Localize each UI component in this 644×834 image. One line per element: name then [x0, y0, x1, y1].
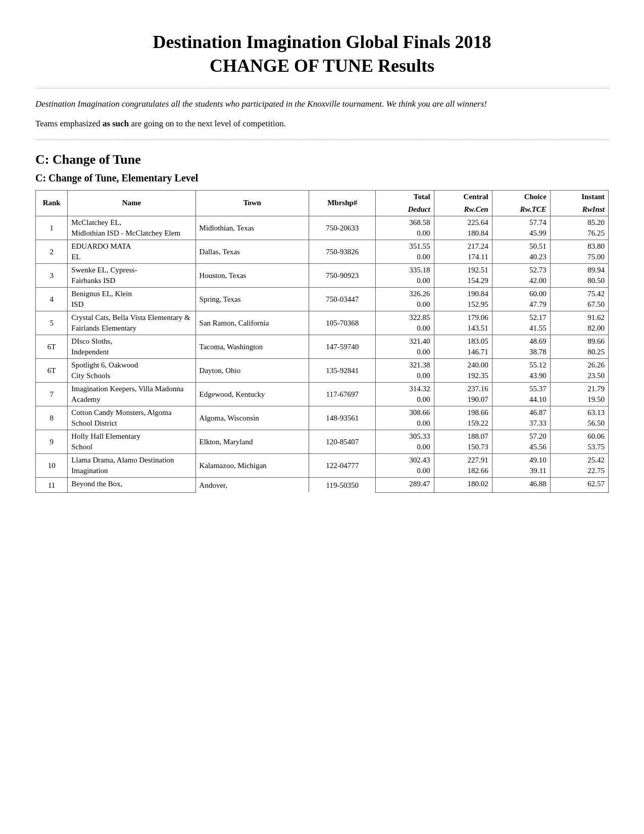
central-top-cell: 225.64	[434, 216, 492, 228]
instant-top-cell: 85.20	[550, 216, 608, 228]
choice-top-cell: 48.69	[492, 335, 550, 347]
intro-normal: Teams emphasized as such are going on to…	[35, 117, 609, 130]
instant-top-cell: 91.62	[550, 311, 608, 323]
central-top-cell: 180.02	[434, 477, 492, 489]
choice-top-cell: 60.00	[492, 287, 550, 299]
instant-bot-cell: 23.50	[550, 370, 608, 383]
th-central-top: Central	[434, 190, 492, 203]
town-cell: Houston, Texas	[195, 263, 309, 287]
choice-top-cell: 55.12	[492, 358, 550, 370]
total-top-cell: 335.18	[376, 263, 434, 275]
name-cell-bot: School District	[68, 418, 195, 430]
name-cell-top: Beyond the Box,	[68, 477, 195, 489]
instant-bot-cell: 56.50	[550, 418, 608, 430]
choice-bot-cell: 38.78	[492, 347, 550, 359]
th-instant-top: Instant	[550, 190, 608, 203]
subsection-title: C: Change of Tune, Elementary Level	[35, 172, 609, 184]
name-cell-top: Holly Hall Elementary	[68, 430, 195, 442]
central-top-cell: 190.84	[434, 287, 492, 299]
total-top-cell: 322.85	[376, 311, 434, 323]
mbrshp-cell: 122-04777	[309, 453, 376, 477]
divider-mid	[35, 140, 609, 140]
mbrshp-cell: 135-92841	[309, 358, 376, 382]
name-cell-top: EDUARDO MATA	[68, 240, 195, 252]
town-cell: Tacoma, Washington	[195, 335, 309, 358]
name-cell-bot: Fairbanks ISD	[68, 275, 195, 288]
choice-bot-cell: 45.99	[492, 228, 550, 240]
central-top-cell: 192.51	[434, 263, 492, 275]
rank-cell: 3	[36, 263, 68, 287]
table-row: 6TDIsco Sloths,Tacoma, Washington147-597…	[36, 335, 609, 347]
choice-top-cell: 52.17	[492, 311, 550, 323]
central-top-cell: 183.05	[434, 335, 492, 347]
choice-bot-cell: 44.10	[492, 394, 550, 406]
intro-italic: Destination Imagination congratulates al…	[35, 98, 609, 111]
instant-bot-cell: 80.25	[550, 347, 608, 359]
total-bot-cell: 0.00	[376, 228, 434, 240]
name-cell-bot: Midlothian ISD - McClatchey Elem	[68, 228, 195, 240]
table-row: 1McClatchey EL,Midlothian, Texas750-2063…	[36, 216, 609, 228]
divider-top	[35, 88, 609, 88]
choice-bot-cell: 39.11	[492, 466, 550, 478]
mbrshp-cell: 119-50350	[309, 477, 376, 492]
town-cell: San Ramon, California	[195, 311, 309, 335]
name-cell-top: Llama Drama, Alamo Destination	[68, 453, 195, 466]
name-cell-bot: ISD	[68, 299, 195, 311]
name-cell-bot: School	[68, 442, 195, 454]
choice-bot-cell: 47.79	[492, 299, 550, 311]
title-line1: Destination Imagination Global Finals 20…	[153, 32, 491, 52]
choice-bot-cell: 40.23	[492, 252, 550, 264]
total-bot-cell	[376, 489, 434, 493]
th-total-top: Total	[376, 190, 434, 203]
total-bot-cell: 0.00	[376, 252, 434, 264]
instant-bot-cell: 80.50	[550, 275, 608, 288]
th-rank: Rank	[36, 190, 68, 216]
instant-bot-cell: 76.25	[550, 228, 608, 240]
table-row: 11Beyond the Box,Andover,119-50350289.47…	[36, 477, 609, 489]
total-top-cell: 289.47	[376, 477, 434, 489]
table-row: 8Cotton Candy Monsters, AlgomaAlgoma, Wi…	[36, 406, 609, 418]
total-bot-cell: 0.00	[376, 299, 434, 311]
table-row: 9Holly Hall ElementaryElkton, Maryland12…	[36, 430, 609, 442]
table-row: 7Imagination Keepers, Villa MadonnaEdgew…	[36, 382, 609, 394]
choice-bot-cell: 45.56	[492, 442, 550, 454]
name-cell-top: Crystal Cats, Bella Vista Elementary &	[68, 311, 195, 323]
choice-bot-cell: 37.33	[492, 418, 550, 430]
table-row: 10Llama Drama, Alamo DestinationKalamazo…	[36, 453, 609, 466]
instant-bot-cell: 82.00	[550, 323, 608, 335]
town-cell: Spring, Texas	[195, 287, 309, 311]
central-bot-cell	[434, 489, 492, 493]
mbrshp-cell: 105-70368	[309, 311, 376, 335]
rank-cell: 5	[36, 311, 68, 335]
central-bot-cell: 190.07	[434, 394, 492, 406]
rank-cell: 6T	[36, 335, 68, 358]
choice-bot-cell: 41.55	[492, 323, 550, 335]
central-top-cell: 237.16	[434, 382, 492, 394]
name-cell-bot: Independent	[68, 347, 195, 359]
th-choice-top: Choice	[492, 190, 550, 203]
name-cell-bot: Fairlands Elementary	[68, 323, 195, 335]
mbrshp-cell: 147-59740	[309, 335, 376, 358]
rank-cell: 11	[36, 477, 68, 492]
section-title: C: Change of Tune	[35, 152, 609, 167]
results-table: Rank Name Town Mbrshp# Total Central Cho…	[35, 190, 609, 493]
central-top-cell: 240.00	[434, 358, 492, 370]
instant-top-cell: 25.42	[550, 453, 608, 466]
total-bot-cell: 0.00	[376, 347, 434, 359]
total-bot-cell: 0.00	[376, 418, 434, 430]
total-top-cell: 321.38	[376, 358, 434, 370]
total-top-cell: 321.40	[376, 335, 434, 347]
th-instant-bot: RwInst	[550, 203, 608, 216]
name-cell-bot	[68, 489, 195, 493]
town-cell: Kalamazoo, Michigan	[195, 453, 309, 477]
choice-bot-cell: 42.00	[492, 275, 550, 288]
total-bot-cell: 0.00	[376, 466, 434, 478]
name-cell-top: Swenke EL, Cypress-	[68, 263, 195, 275]
total-bot-cell: 0.00	[376, 370, 434, 383]
central-top-cell: 217.24	[434, 240, 492, 252]
name-cell-top: DIsco Sloths,	[68, 335, 195, 347]
choice-top-cell: 46.88	[492, 477, 550, 489]
town-cell: Algoma, Wisconsin	[195, 406, 309, 430]
rank-cell: 1	[36, 216, 68, 240]
instant-bot-cell: 53.75	[550, 442, 608, 454]
